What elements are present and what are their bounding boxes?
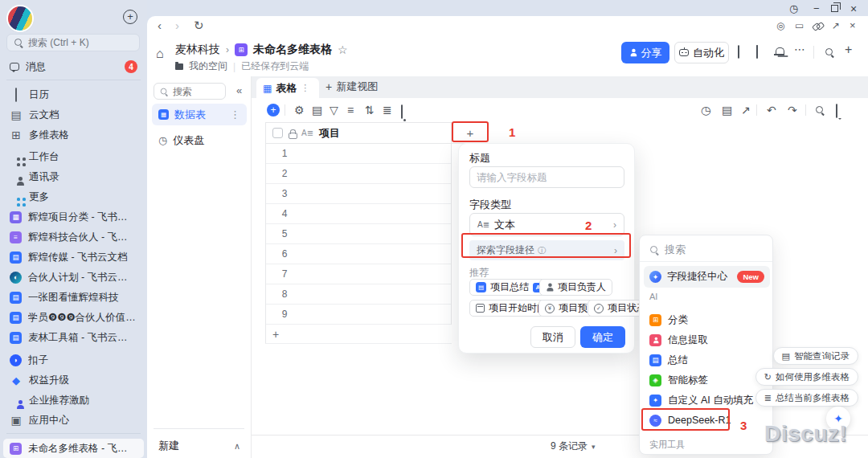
announcement-icon[interactable]: ◎ bbox=[776, 20, 784, 31]
close-window-button[interactable]: × bbox=[850, 2, 857, 15]
share-button[interactable]: 分享 bbox=[621, 42, 669, 63]
doc-title[interactable]: 未命名多维表格 bbox=[253, 43, 332, 57]
history-button[interactable]: ◷ bbox=[789, 2, 798, 15]
explore-field-shortcuts-entry[interactable]: 探索字段捷径 ⓘ › bbox=[469, 240, 624, 260]
add-field-button[interactable]: + bbox=[452, 122, 489, 144]
view-config-icon[interactable]: ▤ bbox=[312, 104, 322, 116]
cancel-button[interactable]: 取消 bbox=[530, 326, 575, 348]
filter-icon[interactable]: ▽ bbox=[330, 104, 338, 116]
redo-icon[interactable]: ↷ bbox=[788, 104, 797, 116]
sidebar-doc-item[interactable]: ≡ 辉煌科技合伙人 - 飞书云文档 bbox=[3, 227, 144, 247]
form-icon[interactable]: ▤ bbox=[722, 104, 732, 116]
sidebar-item-calendar[interactable]: 日历 bbox=[3, 85, 144, 104]
sidebar-doc-item[interactable]: ◐ 合伙人计划 - 飞书云文档 bbox=[3, 268, 144, 287]
open-in-app-icon[interactable] bbox=[756, 46, 758, 58]
more-icon[interactable]: ⋮ bbox=[230, 108, 240, 121]
sidebar-item-appcenter[interactable]: ▣ 应用中心 bbox=[3, 411, 144, 430]
nav-back-button[interactable]: ‹ bbox=[158, 18, 162, 32]
record-count[interactable]: 9 条记录 ▾ bbox=[551, 440, 596, 453]
table-row[interactable]: 6 bbox=[266, 244, 451, 264]
table-row[interactable]: 2 bbox=[266, 164, 451, 184]
restore-button[interactable] bbox=[831, 2, 838, 15]
refresh-button[interactable]: ↻ bbox=[194, 18, 204, 33]
panel-item-extract[interactable]: 信息提取 bbox=[644, 330, 770, 350]
table-row[interactable]: 1 bbox=[266, 144, 451, 164]
summarize-bitable-button[interactable]: ≣ 总结当前多维表格 bbox=[755, 389, 858, 407]
panel-item-summary[interactable]: ▤ 总结 bbox=[644, 350, 770, 370]
nav-forward-button[interactable]: › bbox=[175, 18, 179, 32]
view-search-input[interactable] bbox=[173, 86, 218, 97]
comment-icon[interactable] bbox=[836, 105, 837, 117]
workspace-avatar[interactable] bbox=[8, 6, 32, 31]
record-doc-icon[interactable] bbox=[738, 46, 739, 58]
add-record-button[interactable]: + bbox=[267, 104, 280, 117]
new-view-button[interactable]: + 新建视图 bbox=[326, 80, 378, 94]
share-tab-icon[interactable]: ↗ bbox=[832, 20, 840, 31]
view-search-box[interactable] bbox=[154, 83, 226, 100]
sidebar-doc-item[interactable]: ▤ 辉煌传媒 - 飞书云文档 bbox=[3, 247, 144, 267]
sidebar-item-datatable[interactable]: ▦ 数据表 ⋮ bbox=[152, 104, 247, 125]
table-row[interactable]: 8 bbox=[266, 284, 451, 305]
minimize-button[interactable]: − bbox=[813, 2, 820, 15]
add-field-dialog: 标题 字段类型 A≣ 文本 › 探索字段捷径 ⓘ › 推荐 ▤ 项目总结 AI … bbox=[458, 143, 635, 354]
space-label[interactable]: 我的空间 bbox=[189, 59, 227, 73]
sidebar-doc-item[interactable]: ▤ 学员❾❾❾合伙人价值万元… bbox=[3, 308, 144, 327]
field-title-input[interactable] bbox=[469, 166, 624, 188]
group-icon[interactable]: ≡ bbox=[347, 104, 354, 116]
home-icon[interactable]: ⌂ bbox=[156, 47, 164, 61]
close-tab-icon[interactable]: × bbox=[850, 19, 856, 31]
sidebar-item-contacts[interactable]: 通讯录 bbox=[3, 167, 144, 186]
panel-item-smart-tag[interactable]: ◈ 智能标签 bbox=[644, 370, 770, 390]
column-header[interactable]: 项目 bbox=[319, 126, 340, 141]
global-search-input[interactable]: 搜索 (Ctrl + K) bbox=[6, 34, 140, 51]
sidebar-item-dashboard[interactable]: ◷ 仪表盘 bbox=[152, 129, 247, 151]
sidebar-item-current-bitable[interactable]: ⊞ 未命名多维表格 - 飞书云文档 bbox=[3, 439, 144, 458]
field-type-select[interactable]: A≣ 文本 › bbox=[469, 213, 624, 236]
new-table-button[interactable]: 新建 ∧ bbox=[158, 439, 240, 453]
field-config-icon[interactable]: ⚙ bbox=[294, 104, 305, 116]
breadcrumb-workspace[interactable]: 麦林科技 bbox=[175, 43, 220, 57]
add-icon[interactable]: + bbox=[845, 43, 852, 57]
paint-bucket-icon[interactable] bbox=[401, 106, 405, 117]
confirm-button[interactable]: 确定 bbox=[580, 326, 625, 348]
more-actions-icon[interactable]: ⋯ bbox=[794, 43, 805, 55]
sidebar-item-referral[interactable]: 企业推荐激励 bbox=[3, 391, 144, 410]
add-workspace-button[interactable]: + bbox=[123, 10, 137, 24]
panel-item-deepseek-r1[interactable]: ≈ DeepSeek-R1 bbox=[644, 411, 770, 430]
sidebar-item-upgrade[interactable]: ◆ 权益升级 bbox=[3, 370, 144, 390]
sidebar-item-workbench[interactable]: 工作台 bbox=[3, 147, 144, 166]
table-row[interactable]: 9 bbox=[266, 305, 451, 325]
sidebar-item-bitable[interactable]: ⊞ 多维表格 bbox=[3, 125, 144, 145]
record-history-icon[interactable]: ◷ bbox=[701, 104, 710, 116]
table-row[interactable]: 4 bbox=[266, 204, 451, 224]
how-to-use-bitable-button[interactable]: ↻ 如何使用多维表格 bbox=[755, 368, 858, 386]
add-row-button[interactable]: + bbox=[265, 325, 452, 344]
table-row[interactable]: 3 bbox=[266, 184, 451, 204]
sidebar-item-messages[interactable]: 消息 4 bbox=[3, 57, 144, 76]
sidebar-item-coze[interactable]: ◗ 扣子 bbox=[3, 350, 144, 370]
automation-button[interactable]: 自动化 bbox=[674, 42, 729, 63]
window-mode-icon[interactable]: ▭ bbox=[795, 20, 804, 31]
undo-icon[interactable]: ↶ bbox=[767, 104, 776, 116]
sidebar-doc-item[interactable]: ▦ 辉煌项目分类 - 飞书云文档 bbox=[3, 207, 144, 227]
share-view-icon[interactable]: ↗ bbox=[741, 104, 751, 116]
sidebar-doc-item[interactable]: ▤ 麦林工具箱 - 飞书云文档 bbox=[3, 328, 144, 347]
chip-project-owner[interactable]: 项目负责人 bbox=[539, 279, 612, 296]
panel-item-classify[interactable]: ⊞ 分类 bbox=[644, 310, 770, 329]
panel-search-box[interactable]: 搜索 bbox=[649, 243, 686, 257]
tab-more-icon[interactable]: ⋮ bbox=[301, 83, 309, 93]
sidebar-doc-item[interactable]: ▤ 一张图看懂辉煌科技 bbox=[3, 288, 144, 307]
shortcut-center-item[interactable]: ✦ 字段捷径中心 New bbox=[644, 266, 770, 288]
panel-item-custom-ai-fill[interactable]: ✦ 自定义 AI 自动填充 bbox=[644, 391, 770, 410]
sort-icon[interactable]: ⇅ bbox=[365, 104, 375, 116]
collapse-sidebar-icon[interactable]: « bbox=[236, 84, 242, 96]
smart-query-record-button[interactable]: ▤ 智能查询记录 bbox=[773, 347, 858, 365]
table-row[interactable]: 5 bbox=[266, 224, 451, 244]
star-icon[interactable]: ☆ bbox=[338, 43, 348, 56]
sidebar-item-more[interactable]: 更多 bbox=[3, 187, 144, 207]
select-all-checkbox[interactable] bbox=[272, 128, 283, 138]
sidebar-item-docs[interactable]: ▤ 云文档 bbox=[3, 105, 144, 125]
row-height-icon[interactable]: ≣ bbox=[383, 104, 392, 116]
table-row[interactable]: 7 bbox=[266, 264, 451, 284]
tab-table-view[interactable]: ▦ 表格 ⋮ bbox=[256, 78, 319, 98]
